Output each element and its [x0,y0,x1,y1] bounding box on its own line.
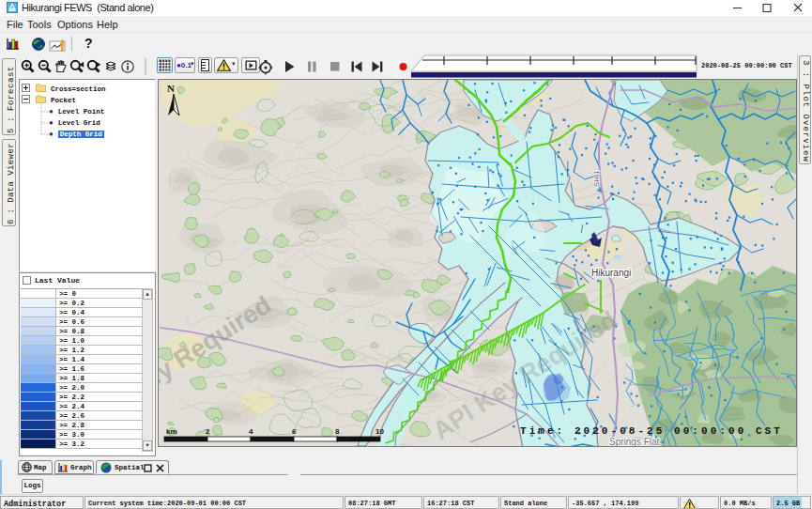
svg-text:4: 4 [249,427,253,436]
svg-text:N: N [167,83,175,94]
svg-text:Springs Flat: Springs Flat [609,437,660,447]
svg-text:km: km [166,427,177,436]
svg-text:8: 8 [335,427,340,436]
svg-text:3 : Plot Overview: 3 : Plot Overview [801,60,810,162]
svg-text:2: 2 [206,427,210,436]
svg-text:10: 10 [375,427,384,436]
svg-text:5 : Forecast: 5 : Forecast [7,66,16,133]
svg-text:Time: 2020-08-25 00:00:00 CST: Time: 2020-08-25 00:00:00 CST [520,425,783,437]
svg-text:6 : Data Viewer: 6 : Data Viewer [7,143,16,224]
svg-text:6: 6 [292,427,297,436]
svg-text:SH 1: SH 1 [592,170,601,187]
svg-text:Hikurangi: Hikurangi [591,268,631,278]
